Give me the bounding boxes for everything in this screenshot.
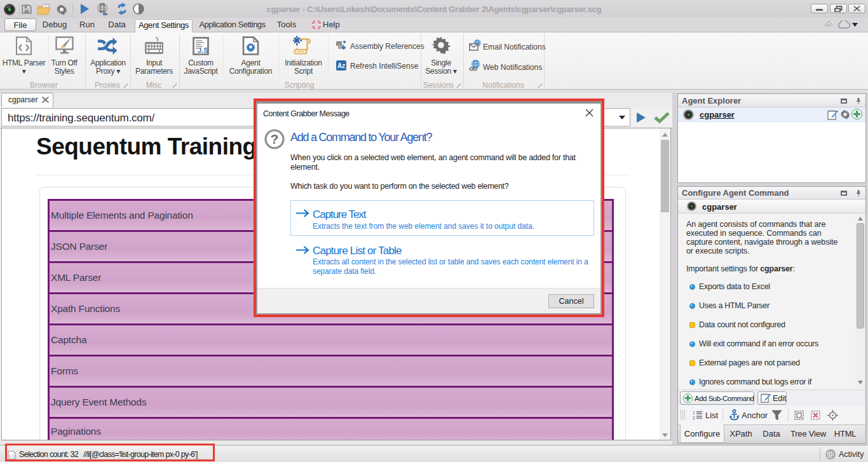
svg-text:2: 2 [693,416,695,420]
svg-text:Az: Az [337,62,345,69]
svg-text:1: 1 [693,411,695,415]
svg-text:J.S: J.S [198,46,208,54]
svg-text:?: ? [271,132,279,146]
